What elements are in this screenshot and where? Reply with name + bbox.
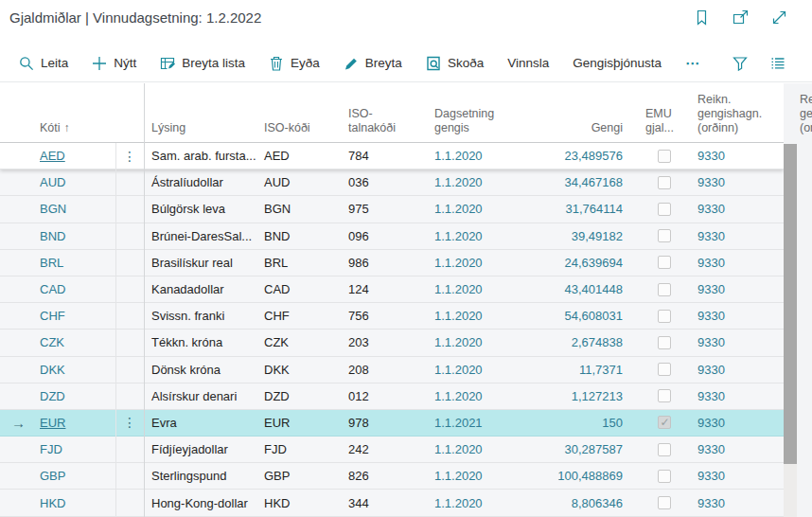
action-delete[interactable]: Eyða xyxy=(269,56,320,71)
realized-gains-account-cell[interactable]: 9330 xyxy=(693,169,784,195)
emu-checkbox[interactable] xyxy=(658,229,671,242)
table-row[interactable]: → DKK ⋮ Dönsk króna DKK 208 1.1.2020 11,… xyxy=(0,357,784,383)
iso-code-cell[interactable]: CHF xyxy=(263,303,345,329)
realized-gains-account-cell[interactable]: 9330 xyxy=(693,463,784,489)
column-header-description[interactable]: Lýsing xyxy=(144,83,263,142)
exchange-rate-date-cell[interactable]: 1.1.2020 xyxy=(432,276,530,302)
row-menu-cell[interactable]: ⋮ xyxy=(115,196,144,222)
exchange-rate-cell[interactable]: 1,127213 xyxy=(530,383,625,409)
iso-code-cell[interactable]: DKK xyxy=(263,357,345,383)
description-cell[interactable]: Sterlingspund xyxy=(144,463,263,489)
row-menu-cell[interactable]: ⋮ xyxy=(115,437,144,462)
emu-checkbox[interactable] xyxy=(658,363,671,376)
description-cell[interactable]: Sam. arab. fursta... xyxy=(144,143,263,169)
iso-numeric-code-cell[interactable]: 986 xyxy=(345,250,432,276)
emu-checkbox[interactable] xyxy=(658,389,671,402)
choose-columns-icon[interactable] xyxy=(770,56,786,71)
exchange-rate-cell[interactable]: 31,764114 xyxy=(530,196,625,222)
realized-gains-account-cell[interactable]: 9330 xyxy=(693,143,784,169)
iso-numeric-code-cell[interactable]: 208 xyxy=(345,357,432,383)
exchange-rate-cell[interactable]: 150 xyxy=(530,410,625,436)
iso-code-cell[interactable]: BND xyxy=(263,223,345,249)
description-cell[interactable]: Brúnei-DaresSal... xyxy=(144,223,263,249)
currency-code-cell[interactable]: AED xyxy=(38,143,115,169)
currency-code-cell[interactable]: GBP xyxy=(38,463,115,489)
currency-code-link[interactable]: FJD xyxy=(40,442,62,456)
iso-code-cell[interactable]: BGN xyxy=(263,196,345,222)
description-cell[interactable]: Fídjíeyjadollar xyxy=(144,437,263,462)
realized-gains-account-cell[interactable]: 9330 xyxy=(693,250,784,276)
currency-code-link[interactable]: DZD xyxy=(40,389,65,403)
currency-code-link[interactable]: AED xyxy=(40,149,65,163)
row-menu-cell[interactable]: ⋮ xyxy=(115,463,144,489)
column-header-iso-code[interactable]: ISO-kóði xyxy=(263,83,345,142)
currency-code-cell[interactable]: BRL xyxy=(38,250,115,276)
row-context-menu-icon[interactable]: ⋮ xyxy=(123,149,136,164)
realized-gains-account-cell[interactable]: 9330 xyxy=(693,357,784,383)
row-context-menu-icon[interactable]: ⋮ xyxy=(123,415,136,430)
exchange-rate-date-cell[interactable]: 1.1.2020 xyxy=(432,250,530,276)
currency-code-cell[interactable]: CZK xyxy=(38,330,115,355)
table-row[interactable]: → AED ⋮ Sam. arab. fursta... AED 784 1.1… xyxy=(0,143,784,169)
scrollbar-thumb[interactable] xyxy=(784,144,797,464)
action-edit[interactable]: Breyta xyxy=(344,56,402,71)
iso-numeric-code-cell[interactable]: 975 xyxy=(345,196,432,222)
currency-code-link[interactable]: EUR xyxy=(40,416,65,430)
exchange-rate-cell[interactable]: 34,467168 xyxy=(530,169,625,195)
action-process[interactable]: Vinnsla xyxy=(507,56,549,70)
emu-checkbox[interactable] xyxy=(658,176,671,189)
exchange-rate-cell[interactable]: 100,488869 xyxy=(530,463,625,489)
iso-numeric-code-cell[interactable]: 203 xyxy=(345,330,432,355)
currency-code-cell[interactable]: FJD xyxy=(38,437,115,462)
iso-numeric-code-cell[interactable]: 012 xyxy=(345,383,432,409)
currency-code-cell[interactable]: DZD xyxy=(38,383,115,409)
iso-numeric-code-cell[interactable]: 784 xyxy=(345,143,432,169)
description-cell[interactable]: Tékkn. króna xyxy=(144,330,263,355)
column-header-iso-numeric[interactable]: ISO- talnakóði xyxy=(345,83,432,142)
emu-cell[interactable] xyxy=(636,437,693,462)
emu-checkbox[interactable] xyxy=(658,203,671,216)
emu-cell[interactable] xyxy=(636,196,693,222)
emu-cell[interactable] xyxy=(636,223,693,249)
table-row[interactable]: → BGN ⋮ Búlgörsk leva BGN 975 1.1.2020 3… xyxy=(0,196,784,223)
exchange-rate-date-cell[interactable]: 1.1.2020 xyxy=(432,303,530,329)
emu-checkbox[interactable] xyxy=(658,416,671,429)
emu-checkbox[interactable] xyxy=(658,150,671,163)
row-menu-cell[interactable]: ⋮ xyxy=(115,410,144,436)
table-row[interactable]: → CAD ⋮ Kanadadollar CAD 124 1.1.2020 43… xyxy=(0,276,784,303)
emu-checkbox[interactable] xyxy=(658,256,671,269)
exchange-rate-cell[interactable]: 8,806346 xyxy=(530,490,625,515)
currency-code-link[interactable]: AUD xyxy=(40,175,65,189)
description-cell[interactable]: Brasilískur real xyxy=(144,250,263,276)
emu-cell[interactable] xyxy=(636,463,693,489)
table-row[interactable]: → DZD ⋮ Alsírskur denari DZD 012 1.1.202… xyxy=(0,383,784,410)
iso-code-cell[interactable]: FJD xyxy=(263,437,345,462)
row-menu-cell[interactable]: ⋮ xyxy=(115,223,144,249)
iso-numeric-code-cell[interactable]: 826 xyxy=(345,463,432,489)
iso-numeric-code-cell[interactable]: 756 xyxy=(345,303,432,329)
open-in-new-window-icon[interactable] xyxy=(733,9,749,26)
exchange-rate-date-cell[interactable]: 1.1.2020 xyxy=(432,383,530,409)
column-header-rate-date[interactable]: Dagsetning gengis xyxy=(432,83,530,142)
exchange-rate-date-cell[interactable]: 1.1.2020 xyxy=(432,330,530,355)
action-edit-list[interactable]: Breyta lista xyxy=(160,56,245,71)
emu-checkbox[interactable] xyxy=(658,283,671,296)
emu-checkbox[interactable] xyxy=(658,443,671,456)
emu-checkbox[interactable] xyxy=(658,310,671,323)
table-row[interactable]: → CZK ⋮ Tékkn. króna CZK 203 1.1.2020 2,… xyxy=(0,330,784,356)
exchange-rate-cell[interactable]: 39,49182 xyxy=(530,223,625,249)
emu-cell[interactable] xyxy=(636,383,693,409)
description-cell[interactable]: Dönsk króna xyxy=(144,357,263,383)
emu-cell[interactable] xyxy=(636,250,693,276)
description-cell[interactable]: Svissn. franki xyxy=(144,303,263,329)
expand-icon[interactable] xyxy=(771,9,787,26)
emu-cell[interactable] xyxy=(636,357,693,383)
table-row[interactable]: → FJD ⋮ Fídjíeyjadollar FJD 242 1.1.2020… xyxy=(0,437,784,463)
currency-code-cell[interactable]: HKD xyxy=(38,490,115,515)
iso-code-cell[interactable]: EUR xyxy=(263,410,345,436)
table-row[interactable]: → GBP ⋮ Sterlingspund GBP 826 1.1.2020 1… xyxy=(0,463,784,490)
column-header-realized-losses-account-clipped[interactable]: Reikn. gengistap (orðinn) xyxy=(800,83,812,142)
exchange-rate-date-cell[interactable]: 1.1.2020 xyxy=(432,437,530,462)
description-cell[interactable]: Hong-Kong-dollar xyxy=(144,490,263,515)
iso-numeric-code-cell[interactable]: 096 xyxy=(345,223,432,249)
